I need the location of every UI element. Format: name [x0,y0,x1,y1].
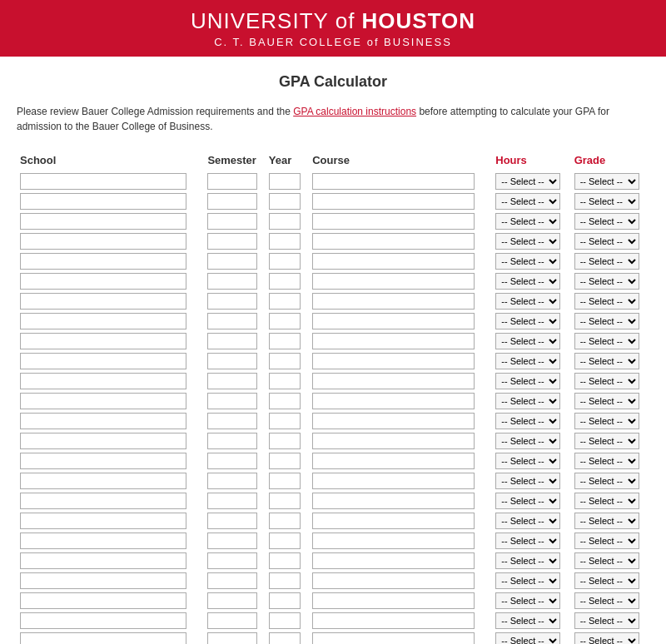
course-input[interactable] [312,373,475,389]
hours-select[interactable]: -- Select --0.511.522.533.544.556 [495,592,560,609]
course-input[interactable] [312,612,475,629]
course-input[interactable] [312,433,475,449]
grade-select[interactable]: -- Select --A+AA-B+BB-C+CC-D+DD-FWIPNP [574,293,639,310]
semester-input[interactable] [207,552,257,569]
course-input[interactable] [312,413,475,429]
grade-select[interactable]: -- Select --A+AA-B+BB-C+CC-D+DD-FWIPNP [574,253,639,270]
course-input[interactable] [312,632,475,644]
course-input[interactable] [312,333,475,349]
year-input[interactable] [269,592,301,609]
grade-select[interactable]: -- Select --A+AA-B+BB-C+CC-D+DD-FWIPNP [574,632,639,644]
semester-input[interactable] [207,493,257,509]
grade-select[interactable]: -- Select --A+AA-B+BB-C+CC-D+DD-FWIPNP [574,413,639,429]
school-input[interactable] [20,473,186,489]
year-input[interactable] [269,413,301,429]
semester-input[interactable] [207,353,257,369]
semester-input[interactable] [207,253,257,270]
course-input[interactable] [312,393,475,409]
school-input[interactable] [20,513,186,529]
school-input[interactable] [20,533,186,549]
course-input[interactable] [312,213,475,230]
hours-select[interactable]: -- Select --0.511.522.533.544.556 [495,453,560,469]
hours-select[interactable]: -- Select --0.511.522.533.544.556 [495,413,560,429]
course-input[interactable] [312,572,475,589]
grade-select[interactable]: -- Select --A+AA-B+BB-C+CC-D+DD-FWIPNP [574,612,639,629]
year-input[interactable] [269,193,301,210]
grade-select[interactable]: -- Select --A+AA-B+BB-C+CC-D+DD-FWIPNP [574,533,639,549]
hours-select[interactable]: -- Select --0.511.522.533.544.556 [495,393,560,409]
course-input[interactable] [312,273,475,290]
hours-select[interactable]: -- Select --0.511.522.533.544.556 [495,333,560,349]
grade-select[interactable]: -- Select --A+AA-B+BB-C+CC-D+DD-FWIPNP [574,493,639,509]
hours-select[interactable]: -- Select --0.511.522.533.544.556 [495,373,560,389]
grade-select[interactable]: -- Select --A+AA-B+BB-C+CC-D+DD-FWIPNP [574,473,639,489]
grade-select[interactable]: -- Select --A+AA-B+BB-C+CC-D+DD-FWIPNP [574,453,639,469]
hours-select[interactable]: -- Select --0.511.522.533.544.556 [495,213,560,230]
semester-input[interactable] [207,393,257,409]
semester-input[interactable] [207,333,257,349]
course-input[interactable] [312,552,475,569]
semester-input[interactable] [207,572,257,589]
year-input[interactable] [269,313,301,329]
year-input[interactable] [269,572,301,589]
semester-input[interactable] [207,373,257,389]
year-input[interactable] [269,393,301,409]
year-input[interactable] [269,632,301,644]
school-input[interactable] [20,253,186,270]
course-input[interactable] [312,233,475,250]
school-input[interactable] [20,393,186,409]
school-input[interactable] [20,313,186,329]
year-input[interactable] [269,513,301,529]
grade-select[interactable]: -- Select --A+AA-B+BB-C+CC-D+DD-FWIPNP [574,353,639,369]
school-input[interactable] [20,193,186,210]
year-input[interactable] [269,253,301,270]
grade-select[interactable]: -- Select --A+AA-B+BB-C+CC-D+DD-FWIPNP [574,592,639,609]
hours-select[interactable]: -- Select --0.511.522.533.544.556 [495,233,560,250]
year-input[interactable] [269,612,301,629]
school-input[interactable] [20,592,186,609]
school-input[interactable] [20,453,186,469]
school-input[interactable] [20,552,186,569]
year-input[interactable] [269,533,301,549]
grade-select[interactable]: -- Select --A+AA-B+BB-C+CC-D+DD-FWIPNP [574,572,639,589]
year-input[interactable] [269,473,301,489]
course-input[interactable] [312,513,475,529]
year-input[interactable] [269,213,301,230]
semester-input[interactable] [207,473,257,489]
school-input[interactable] [20,273,186,290]
hours-select[interactable]: -- Select --0.511.522.533.544.556 [495,493,560,509]
school-input[interactable] [20,493,186,509]
grade-select[interactable]: -- Select --A+AA-B+BB-C+CC-D+DD-FWIPNP [574,373,639,389]
year-input[interactable] [269,233,301,250]
hours-select[interactable]: -- Select --0.511.522.533.544.556 [495,533,560,549]
hours-select[interactable]: -- Select --0.511.522.533.544.556 [495,433,560,449]
semester-input[interactable] [207,433,257,449]
school-input[interactable] [20,373,186,389]
school-input[interactable] [20,293,186,310]
hours-select[interactable]: -- Select --0.511.522.533.544.556 [495,572,560,589]
semester-input[interactable] [207,273,257,290]
school-input[interactable] [20,213,186,230]
hours-select[interactable]: -- Select --0.511.522.533.544.556 [495,173,560,190]
gpa-instructions-link[interactable]: GPA calculation instructions [293,106,416,117]
course-input[interactable] [312,193,475,210]
school-input[interactable] [20,632,186,644]
grade-select[interactable]: -- Select --A+AA-B+BB-C+CC-D+DD-FWIPNP [574,213,639,230]
course-input[interactable] [312,592,475,609]
course-input[interactable] [312,293,475,310]
semester-input[interactable] [207,453,257,469]
course-input[interactable] [312,353,475,369]
grade-select[interactable]: -- Select --A+AA-B+BB-C+CC-D+DD-FWIPNP [574,173,639,190]
semester-input[interactable] [207,173,257,190]
course-input[interactable] [312,313,475,329]
course-input[interactable] [312,493,475,509]
hours-select[interactable]: -- Select --0.511.522.533.544.556 [495,193,560,210]
year-input[interactable] [269,373,301,389]
school-input[interactable] [20,353,186,369]
year-input[interactable] [269,333,301,349]
hours-select[interactable]: -- Select --0.511.522.533.544.556 [495,632,560,644]
hours-select[interactable]: -- Select --0.511.522.533.544.556 [495,513,560,529]
year-input[interactable] [269,293,301,310]
school-input[interactable] [20,612,186,629]
hours-select[interactable]: -- Select --0.511.522.533.544.556 [495,612,560,629]
